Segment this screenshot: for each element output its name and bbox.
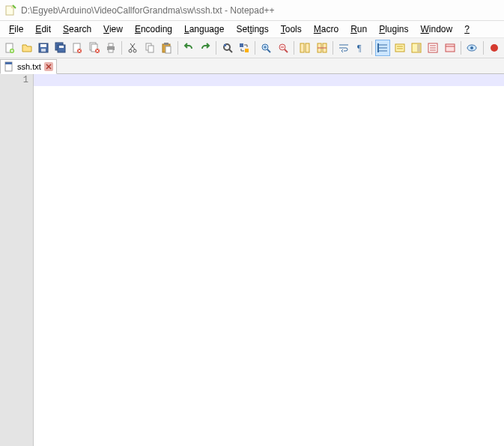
svg-rect-4 <box>40 44 46 47</box>
svg-rect-36 <box>395 44 404 52</box>
word-wrap-icon <box>338 42 350 54</box>
svg-point-43 <box>491 44 498 52</box>
paste-button[interactable] <box>159 40 174 56</box>
copy-button[interactable] <box>142 40 157 56</box>
menu-item-[interactable]: ? <box>458 22 476 36</box>
word-wrap-button[interactable] <box>336 40 351 56</box>
record-macro-button[interactable] <box>486 40 501 56</box>
doc-map-button[interactable] <box>409 40 424 56</box>
svg-rect-35 <box>377 43 379 52</box>
close-icon <box>71 42 83 54</box>
menu-item-settings[interactable]: Settings <box>230 22 274 36</box>
udl-button[interactable] <box>392 40 407 56</box>
zoom-in-icon <box>260 42 272 54</box>
menu-item-tools[interactable]: Tools <box>275 22 308 36</box>
editor-area: 1 <box>0 74 504 446</box>
toolbar: ¶ <box>0 37 504 58</box>
menu-item-window[interactable]: Window <box>415 22 459 36</box>
file-tab[interactable]: ssh.txt <box>0 59 57 74</box>
undo-button[interactable] <box>181 40 196 56</box>
svg-rect-31 <box>306 43 309 52</box>
redo-button[interactable] <box>198 40 213 56</box>
svg-rect-27 <box>245 49 249 52</box>
monitoring-button[interactable] <box>464 40 479 56</box>
svg-rect-20 <box>148 46 154 52</box>
menu-item-edit[interactable]: Edit <box>29 22 57 36</box>
line-number: 1 <box>0 74 28 86</box>
zoom-out-button[interactable] <box>276 40 291 56</box>
sync-vscroll-button[interactable] <box>297 40 312 56</box>
save-button[interactable] <box>36 40 51 56</box>
new-file-button[interactable] <box>2 40 17 56</box>
toolbar-separator <box>333 41 333 55</box>
svg-rect-15 <box>109 43 113 46</box>
toolbar-separator <box>121 41 122 55</box>
svg-point-17 <box>129 49 132 52</box>
find-button[interactable] <box>219 40 234 56</box>
menu-item-view[interactable]: View <box>97 22 129 36</box>
show-all-chars-button[interactable]: ¶ <box>353 40 368 56</box>
menu-item-encoding[interactable]: Encoding <box>129 22 178 36</box>
svg-point-42 <box>470 46 473 49</box>
save-all-icon <box>55 42 67 54</box>
toolbar-separator <box>483 41 484 55</box>
app-icon <box>4 4 16 16</box>
svg-point-18 <box>133 49 136 52</box>
svg-rect-16 <box>109 49 113 52</box>
menu-item-language[interactable]: Language <box>178 22 230 36</box>
print-button[interactable] <box>103 40 118 56</box>
line-number-gutter: 1 <box>0 74 34 446</box>
open-file-icon <box>21 42 33 54</box>
menu-item-macro[interactable]: Macro <box>308 22 344 36</box>
record-macro-icon <box>488 42 500 54</box>
show-all-chars-icon: ¶ <box>355 42 367 54</box>
file-tab-label: ssh.txt <box>17 62 41 71</box>
copy-icon <box>144 42 156 54</box>
title-bar: D:\Egyeb\Arduino\VideoCallforGrandma\sw\… <box>0 0 504 21</box>
menu-item-file[interactable]: File <box>3 22 29 36</box>
sync-hscroll-button[interactable] <box>315 40 330 56</box>
toolbar-separator <box>216 41 216 55</box>
svg-text:¶: ¶ <box>357 43 362 53</box>
menu-item-run[interactable]: Run <box>344 22 373 36</box>
close-all-button[interactable] <box>86 40 101 56</box>
sync-vscroll-icon <box>299 42 311 54</box>
zoom-in-button[interactable] <box>258 40 273 56</box>
tab-close-button[interactable] <box>44 62 53 71</box>
monitoring-icon <box>466 42 478 54</box>
toolbar-separator <box>294 41 294 55</box>
tab-bar: ssh.txt <box>0 58 504 74</box>
save-all-button[interactable] <box>52 40 67 56</box>
folder-workspace-button[interactable] <box>443 40 458 56</box>
replace-icon <box>238 42 250 54</box>
svg-rect-22 <box>164 43 168 45</box>
close-button[interactable] <box>70 40 85 56</box>
redo-icon <box>199 42 211 54</box>
menu-item-search[interactable]: Search <box>57 22 97 36</box>
file-status-icon <box>4 61 14 72</box>
func-list-button[interactable] <box>425 40 440 56</box>
menu-item-plugins[interactable]: Plugins <box>373 22 414 36</box>
indent-guide-icon <box>377 42 389 54</box>
sync-hscroll-icon <box>316 42 328 54</box>
udl-icon <box>394 42 406 54</box>
svg-rect-30 <box>300 43 304 52</box>
toolbar-separator <box>177 41 178 55</box>
toolbar-separator <box>255 41 255 55</box>
window-title: D:\Egyeb\Arduino\VideoCallforGrandma\sw\… <box>21 5 275 16</box>
zoom-out-icon <box>277 42 289 54</box>
text-editor[interactable] <box>34 74 504 446</box>
indent-guide-button[interactable] <box>375 40 390 56</box>
svg-rect-25 <box>224 44 226 46</box>
toolbar-separator <box>461 41 461 55</box>
paste-icon <box>160 42 172 54</box>
svg-rect-38 <box>417 44 420 52</box>
print-icon <box>105 42 117 54</box>
svg-rect-8 <box>59 46 64 48</box>
func-list-icon <box>427 42 439 54</box>
replace-button[interactable] <box>237 40 252 56</box>
open-file-button[interactable] <box>19 40 34 56</box>
code-line[interactable] <box>34 74 504 86</box>
svg-rect-5 <box>41 49 46 52</box>
cut-button[interactable] <box>125 40 140 56</box>
